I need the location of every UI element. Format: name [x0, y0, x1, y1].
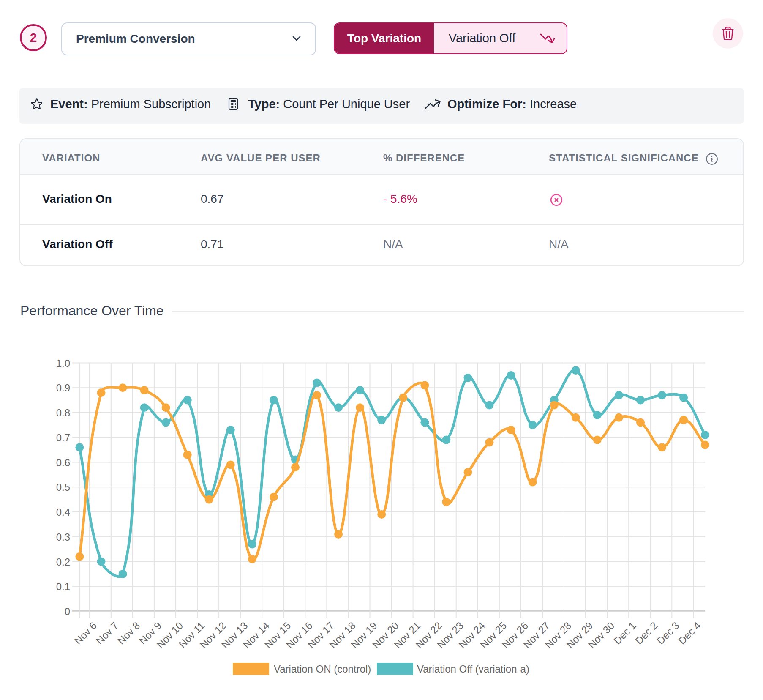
- svg-text:0.6: 0.6: [56, 457, 70, 468]
- svg-text:1.0: 1.0: [56, 358, 70, 369]
- svg-text:Nov 6: Nov 6: [72, 620, 99, 646]
- svg-text:0: 0: [65, 606, 70, 617]
- svg-text:0.2: 0.2: [56, 556, 70, 568]
- svg-text:0.7: 0.7: [56, 432, 70, 443]
- svg-text:Dec 2: Dec 2: [633, 620, 659, 646]
- svg-text:Nov 8: Nov 8: [115, 620, 142, 646]
- svg-text:0.4: 0.4: [56, 506, 70, 518]
- svg-text:0.3: 0.3: [56, 531, 70, 543]
- svg-text:0.5: 0.5: [56, 481, 70, 493]
- svg-text:Dec 4: Dec 4: [676, 620, 703, 646]
- svg-text:Dec 1: Dec 1: [611, 620, 638, 646]
- svg-text:0.9: 0.9: [56, 382, 70, 394]
- svg-text:0.8: 0.8: [56, 407, 70, 418]
- svg-text:Nov 7: Nov 7: [94, 620, 120, 646]
- svg-text:0.1: 0.1: [56, 581, 70, 592]
- svg-text:Dec 3: Dec 3: [654, 620, 681, 646]
